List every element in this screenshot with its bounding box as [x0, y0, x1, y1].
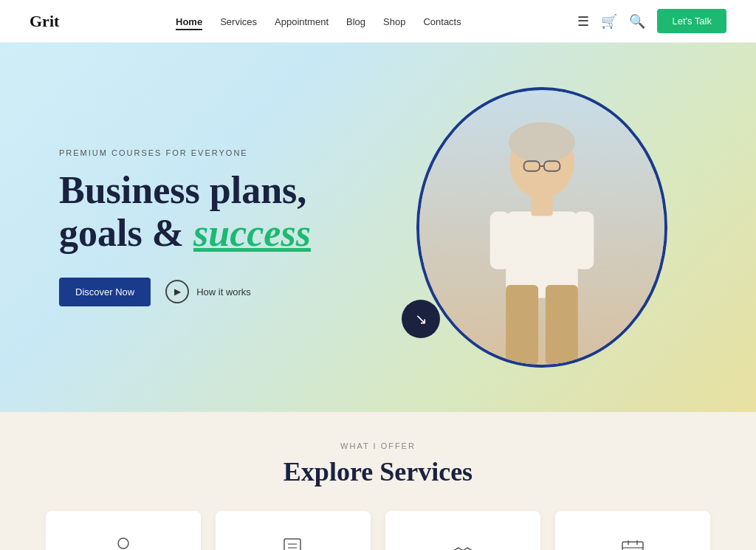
nav-item-contacts[interactable]: Contacts	[423, 15, 461, 28]
keynotes-icon	[275, 533, 311, 550]
lets-talk-button[interactable]: Let's Talk	[657, 9, 726, 33]
menu-icon[interactable]: ☰	[577, 13, 589, 30]
services-cards: Professional Coach Sed do euism od tempo…	[30, 511, 726, 550]
nav-item-blog[interactable]: Blog	[346, 15, 365, 28]
svg-point-2	[509, 122, 575, 162]
how-it-works-button[interactable]: ▶ How it works	[165, 280, 251, 303]
service-card-flexible-schedule[interactable]: Flexible Schedule Sed do euism od tempor	[555, 511, 710, 550]
hero-person-image	[419, 90, 664, 365]
how-it-works-label: How it works	[196, 286, 251, 298]
nav-icons: ☰ 🛒 🔍 Let's Talk	[577, 9, 726, 33]
site-logo: Grit	[30, 12, 59, 31]
navbar: Grit Home Services Appointment Blog Shop…	[0, 0, 756, 43]
hero-image-area: ↘	[387, 72, 697, 382]
services-title: Explore Services	[30, 456, 726, 487]
svg-rect-20	[622, 542, 643, 550]
nav-links: Home Services Appointment Blog Shop Cont…	[176, 15, 461, 28]
coach-icon	[106, 533, 141, 550]
search-icon[interactable]: 🔍	[629, 13, 645, 30]
service-card-business-training[interactable]: Business Training Sed do euism od tempor	[385, 511, 540, 550]
hero-eyebrow: PREMIUM COURSES FOR EVERYONE	[59, 148, 387, 157]
hero-title-line2: goals &	[59, 212, 193, 254]
svg-rect-9	[506, 285, 538, 364]
svg-point-12	[118, 538, 128, 549]
svg-rect-10	[546, 285, 578, 364]
cart-icon[interactable]: 🛒	[601, 13, 617, 30]
nav-item-shop[interactable]: Shop	[383, 15, 405, 28]
svg-rect-11	[531, 197, 552, 216]
discover-now-button[interactable]: Discover Now	[59, 278, 151, 306]
hero-image-circle	[416, 87, 667, 368]
arrow-down-button[interactable]: ↘	[402, 300, 440, 338]
service-card-keynotes[interactable]: Keynotes & Talks Sed do euism od tempor	[216, 511, 371, 550]
hero-section: PREMIUM COURSES FOR EVERYONE Business pl…	[0, 43, 756, 412]
svg-rect-8	[574, 212, 594, 269]
service-card-professional-coach[interactable]: Professional Coach Sed do euism od tempo…	[46, 511, 201, 550]
hero-title: Business plans, goals & success	[59, 169, 387, 253]
hero-content: PREMIUM COURSES FOR EVERYONE Business pl…	[59, 148, 387, 306]
hero-title-line1: Business plans,	[59, 169, 306, 211]
nav-item-home[interactable]: Home	[176, 15, 202, 28]
hero-highlight: success	[193, 212, 311, 254]
hero-actions: Discover Now ▶ How it works	[59, 278, 387, 306]
svg-rect-7	[490, 212, 510, 269]
training-icon	[445, 533, 481, 550]
services-eyebrow: WHAT I OFFER	[30, 441, 726, 450]
play-icon: ▶	[165, 280, 189, 303]
services-section: WHAT I OFFER Explore Services Profession…	[0, 412, 756, 550]
nav-item-services[interactable]: Services	[220, 15, 257, 28]
schedule-icon	[615, 533, 650, 550]
nav-item-appointment[interactable]: Appointment	[275, 15, 329, 28]
